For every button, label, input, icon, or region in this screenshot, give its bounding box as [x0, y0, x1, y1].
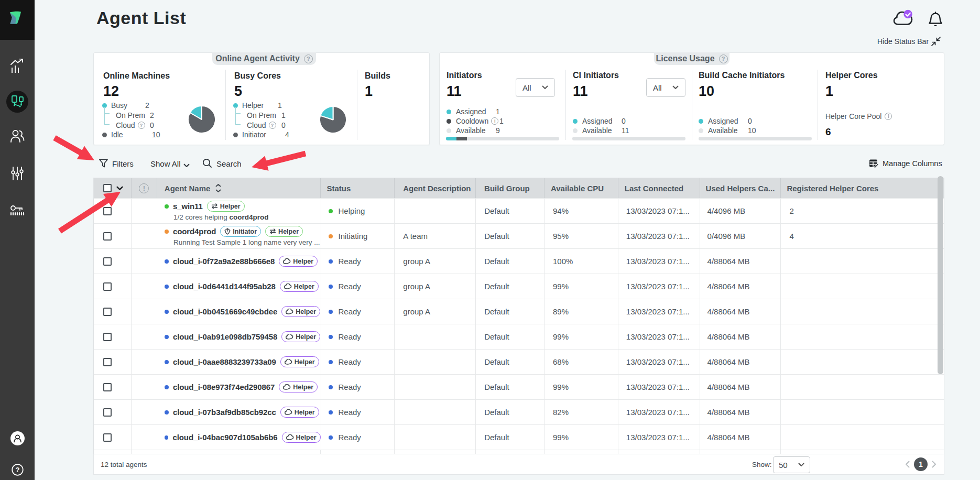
svg-text:?: ? [15, 466, 19, 474]
